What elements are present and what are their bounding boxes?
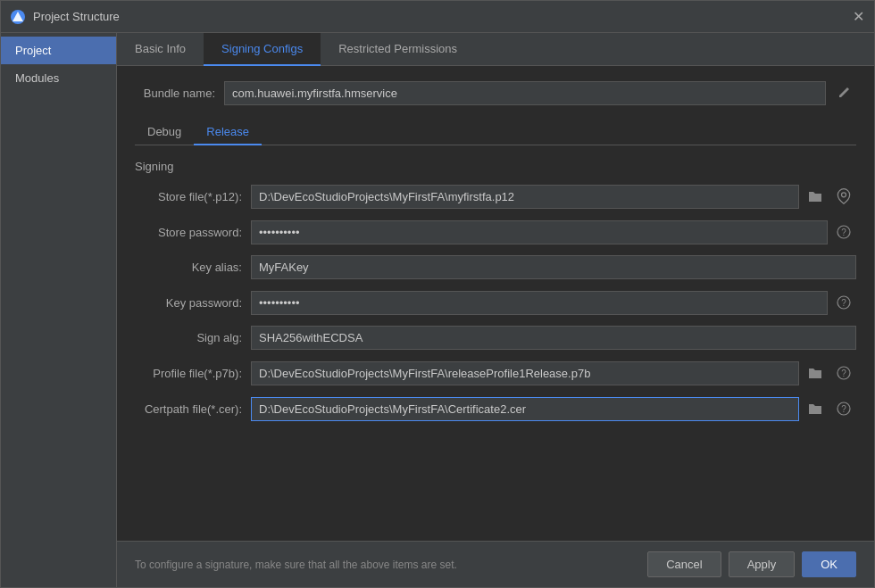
store-password-label: Store password:: [135, 226, 251, 239]
key-alias-input[interactable]: [251, 255, 856, 279]
store-file-input[interactable]: [251, 185, 799, 209]
tab-signing-configs[interactable]: Signing Configs: [204, 33, 321, 66]
key-alias-wrap: [251, 255, 856, 279]
store-file-label: Store file(*.p12):: [135, 190, 251, 203]
ok-button[interactable]: OK: [802, 551, 856, 577]
certpath-file-help-icon[interactable]: ?: [831, 396, 856, 421]
profile-file-row: Profile file(*.p7b): ?: [135, 360, 856, 385]
certpath-file-input[interactable]: [251, 397, 799, 421]
store-file-folder-icon[interactable]: [803, 184, 828, 209]
project-structure-window: Project Structure ✕ Project Modules Basi…: [0, 0, 875, 588]
title-bar: Project Structure ✕: [1, 1, 874, 33]
bottom-buttons: Cancel Apply OK: [647, 551, 856, 577]
profile-file-folder-icon[interactable]: [803, 360, 828, 385]
key-password-label: Key password:: [135, 296, 251, 310]
tab-basic-info[interactable]: Basic Info: [117, 33, 204, 66]
sub-tab-debug[interactable]: Debug: [135, 120, 194, 145]
key-alias-row: Key alias:: [135, 255, 856, 279]
svg-text:?: ?: [841, 369, 846, 378]
close-button[interactable]: ✕: [851, 10, 865, 24]
key-password-input[interactable]: [251, 291, 828, 315]
bundle-name-row: Bundle name:: [135, 80, 856, 105]
main-tabs: Basic Info Signing Configs Restricted Pe…: [117, 33, 874, 66]
sidebar-item-modules[interactable]: Modules: [1, 64, 116, 92]
content-area: Project Modules Basic Info Signing Confi…: [1, 33, 874, 587]
store-file-row: Store file(*.p12):: [135, 184, 856, 209]
sign-alg-row: Sign alg:: [135, 326, 856, 350]
cancel-button[interactable]: Cancel: [647, 551, 721, 577]
profile-file-label: Profile file(*.p7b):: [135, 367, 251, 380]
certpath-file-folder-icon[interactable]: [803, 396, 828, 421]
certpath-file-label: Certpath file(*.cer):: [135, 402, 251, 416]
signing-section-title: Signing: [135, 160, 856, 173]
sign-alg-wrap: [251, 326, 856, 350]
sub-tab-release[interactable]: Release: [194, 120, 262, 145]
store-password-wrap: [251, 220, 828, 244]
edit-icon[interactable]: [831, 80, 856, 105]
sidebar: Project Modules: [1, 33, 117, 587]
key-alias-label: Key alias:: [135, 261, 251, 274]
main-panel: Basic Info Signing Configs Restricted Pe…: [117, 33, 874, 587]
key-password-help-icon[interactable]: ?: [831, 290, 856, 315]
certpath-file-wrap: [251, 396, 828, 421]
sign-alg-label: Sign alg:: [135, 331, 251, 344]
sign-alg-input[interactable]: [251, 326, 856, 350]
certpath-file-row: Certpath file(*.cer): ?: [135, 396, 856, 421]
bottom-bar: To configure a signature, make sure that…: [117, 541, 874, 587]
store-password-help-icon[interactable]: ?: [831, 219, 856, 244]
bundle-name-input[interactable]: [224, 81, 826, 105]
key-password-row: Key password: ?: [135, 290, 856, 315]
panel-content: Bundle name: Debug Release: [117, 66, 874, 541]
window-title: Project Structure: [33, 10, 851, 23]
sub-tabs: Debug Release: [135, 120, 856, 145]
app-icon: [10, 9, 26, 25]
store-file-wrap: [251, 184, 828, 209]
key-password-wrap: [251, 291, 828, 315]
tab-restricted-permissions[interactable]: Restricted Permissions: [321, 33, 475, 66]
profile-file-help-icon[interactable]: ?: [831, 360, 856, 385]
svg-text:?: ?: [841, 298, 846, 308]
svg-text:?: ?: [841, 228, 846, 237]
profile-file-wrap: [251, 360, 828, 385]
bundle-label: Bundle name:: [135, 87, 224, 100]
profile-file-input[interactable]: [251, 361, 799, 385]
svg-point-2: [842, 193, 846, 197]
apply-button[interactable]: Apply: [729, 551, 796, 577]
store-password-row: Store password: ?: [135, 219, 856, 244]
store-password-input[interactable]: [251, 220, 828, 244]
fingerprint-icon[interactable]: [831, 184, 856, 209]
svg-text:?: ?: [841, 404, 846, 414]
sidebar-item-project[interactable]: Project: [1, 37, 116, 64]
bottom-hint: To configure a signature, make sure that…: [135, 559, 457, 571]
